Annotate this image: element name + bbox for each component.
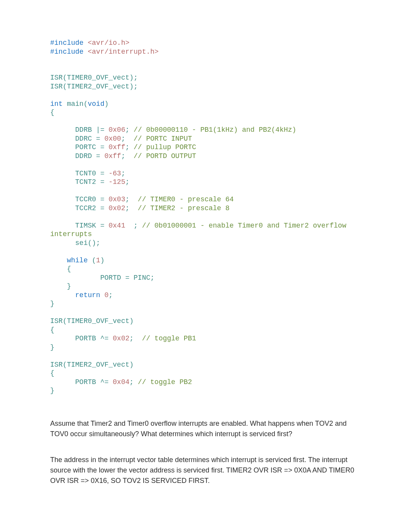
register: TCNT2 [75, 178, 96, 186]
semi: ; [150, 274, 154, 282]
number-literal: 0 [104, 291, 108, 299]
semi: ; [121, 170, 125, 177]
semi: ; [125, 204, 129, 212]
comment-continuation: interrupts [50, 230, 92, 238]
operator: = [92, 152, 104, 160]
answer-text: The address in the interrupt vector tabl… [50, 455, 360, 486]
semi: ; [108, 291, 113, 299]
register: DDRD [75, 152, 92, 160]
code-block: #include <avr/io.h> #include <avr/interr… [50, 39, 360, 395]
paren: ( [63, 317, 67, 325]
semi: ; [129, 335, 134, 342]
include-directive: #include [50, 39, 83, 47]
operator: = [92, 135, 104, 143]
brace-open: { [50, 109, 54, 116]
register: PORTB [75, 335, 96, 342]
hex-literal: 0xff [108, 143, 125, 151]
operator: = [96, 178, 108, 186]
space [63, 100, 67, 108]
register: TCNT0 [75, 170, 96, 177]
brace-close: } [50, 343, 54, 351]
operator: ^= [96, 335, 113, 342]
paren: ( [63, 361, 67, 369]
comment: // TIMER2 - prescale 8 [129, 204, 229, 212]
comment: // PORTC INPUT [125, 135, 192, 143]
brace-open: { [50, 369, 54, 377]
brace-close: } [50, 300, 54, 308]
isr-vector: TIMER0_OVF_vect [67, 74, 129, 82]
function-call: sei [75, 239, 88, 247]
comment: // 0b00000110 - PB1(1kHz) and PB2(4kHz) [129, 126, 296, 134]
comment: // toggle PB2 [134, 378, 192, 386]
paren: ) [100, 257, 105, 264]
register: PINC [134, 274, 150, 282]
isr-macro: ISR [50, 83, 63, 90]
hex-literal: 0x00 [104, 135, 121, 143]
semi: ; [125, 195, 129, 203]
register: PORTB [75, 378, 96, 386]
include-header: <avr/interrupt.h> [83, 48, 158, 56]
hex-literal: 0x06 [108, 126, 125, 134]
semi: ; [125, 178, 129, 186]
hex-literal: 0x04 [113, 378, 129, 386]
paren: ) [104, 100, 108, 108]
isr-macro: ISR [50, 317, 63, 325]
return-keyword: return [75, 291, 100, 299]
register: TCCR2 [75, 204, 96, 212]
isr-vector: TIMER0_OVF_vect [67, 317, 129, 325]
paren: ( [63, 74, 67, 82]
question-text: Assume that Timer2 and Timer0 overflow i… [50, 418, 360, 439]
isr-vector: TIMER2_OVF_vect [67, 361, 129, 369]
number-literal: -63 [108, 170, 121, 177]
comment: // toggle PB1 [134, 335, 196, 342]
comment: // TIMER0 - prescale 64 [129, 195, 234, 203]
hex-literal: 0xff [104, 152, 121, 160]
brace-open: { [67, 265, 71, 273]
operator: ^= [96, 378, 113, 386]
paren-semi: ); [129, 74, 138, 82]
brace-open: { [50, 326, 54, 334]
isr-macro: ISR [50, 361, 63, 369]
comment: // PORTD OUTPUT [125, 152, 196, 160]
hex-literal: 0x03 [108, 195, 125, 203]
hex-literal: 0x41 [108, 222, 125, 229]
function-name: main [67, 100, 83, 108]
space [100, 291, 105, 299]
comment: // 0b01000001 - enable Timer0 and Timer2… [138, 222, 351, 229]
paren: ( [88, 257, 96, 264]
semi: ; [125, 126, 129, 134]
operator: = [96, 143, 108, 151]
type-keyword: int [50, 100, 63, 108]
paren: ) [129, 317, 134, 325]
void-keyword: void [88, 100, 104, 108]
number-literal: 1 [96, 257, 100, 264]
operator: = [96, 222, 108, 229]
paren-semi: ); [129, 83, 138, 90]
operator: = [96, 170, 108, 177]
number-literal: -125 [108, 178, 125, 186]
include-directive: #include [50, 48, 83, 56]
include-header: <avr/io.h> [83, 39, 129, 47]
register: TCCR0 [75, 195, 96, 203]
paren: ( [83, 100, 88, 108]
operator: = [96, 195, 108, 203]
paren: ) [129, 361, 134, 369]
document-page: #include <avr/io.h> #include <avr/interr… [0, 0, 410, 532]
register: DDRC [75, 135, 92, 143]
while-keyword: while [67, 257, 88, 264]
register: PORTD [100, 274, 121, 282]
hex-literal: 0x02 [113, 335, 129, 342]
paren: ( [63, 83, 67, 90]
operator: = [96, 204, 108, 212]
semi: ; [129, 378, 134, 386]
operator: |= [92, 126, 108, 134]
semi: ; [125, 143, 129, 151]
isr-macro: ISR [50, 74, 63, 82]
register: TIMSK [75, 222, 96, 229]
register: DDRB [75, 126, 92, 134]
paren-semi: (); [88, 239, 100, 247]
hex-literal: 0x02 [108, 204, 125, 212]
semi: ; [121, 152, 125, 160]
brace-close: } [50, 387, 54, 394]
semi: ; [125, 222, 137, 229]
